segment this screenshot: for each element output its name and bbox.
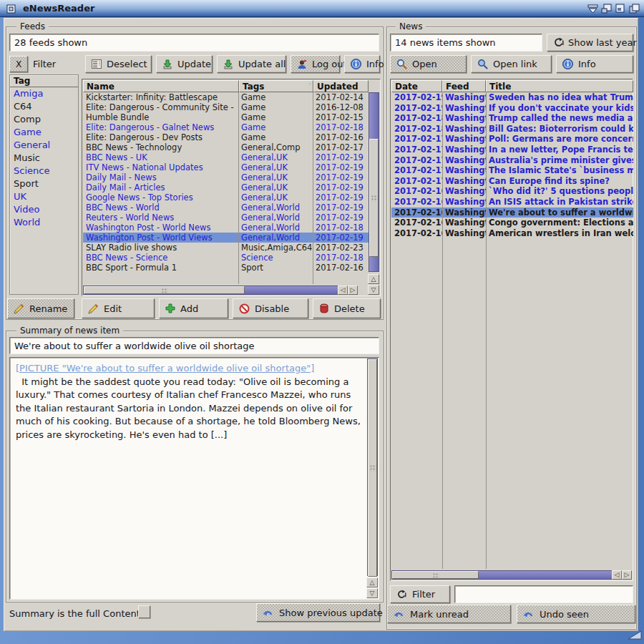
feed-row[interactable]: Washington Post - World News General,Wor…	[83, 223, 369, 233]
add-button[interactable]: Add	[159, 298, 228, 318]
undo-seen-button[interactable]: Undo seen	[517, 605, 635, 623]
feed-scroll-up-button[interactable]: △	[368, 274, 379, 284]
news-row[interactable]: 2017-02-17 Washingto Can Europe find its…	[391, 176, 633, 187]
close-gadget[interactable]	[5, 3, 17, 14]
news-row[interactable]: 2017-02-16 Washingto `Who did it?' 5 que…	[391, 186, 633, 197]
feed-row[interactable]: Elite: Dangerous - Galnet News Game 2017…	[83, 122, 369, 132]
column-header-title[interactable]: Title	[486, 80, 633, 92]
feed-row[interactable]: BBC News - UK General,UK 2017-02-19	[83, 152, 369, 162]
news-horizontal-scrollbar[interactable]	[391, 570, 613, 580]
filter-toggle-button[interactable]: X	[9, 56, 28, 72]
news-row[interactable]: 2017-02-19 Washingto Sweden has no idea …	[391, 92, 633, 103]
log-out-button[interactable]: Log out	[291, 55, 340, 73]
resize-gadget[interactable]	[626, 629, 642, 643]
tag-item[interactable]: Music	[10, 152, 78, 165]
feed-vertical-scrollbar[interactable]	[369, 92, 379, 272]
news-row[interactable]: 2017-02-18 Washingto Bill Gates: Bioterr…	[391, 124, 633, 135]
show-last-year-button[interactable]: Show last year	[547, 34, 633, 52]
news-info-button[interactable]: Info	[556, 55, 633, 73]
summary-vertical-scrollbar[interactable]	[367, 358, 378, 576]
tag-item[interactable]: C64	[10, 100, 78, 113]
tag-item[interactable]: Science	[10, 165, 78, 177]
news-row[interactable]: 2017-02-17 Washingto Poll: Germans are m…	[391, 134, 633, 145]
feed-row[interactable]: ITV News - National Updates General,UK 2…	[83, 162, 369, 172]
zoom-gadget[interactable]	[600, 3, 613, 14]
column-header-feed[interactable]: Feed	[442, 80, 486, 92]
feed-row[interactable]: SLAY Radio live shows Music,Amiga,C64 20…	[83, 243, 369, 253]
feed-row[interactable]: Daily Mail - Articles General,UK 2017-02…	[83, 182, 369, 192]
download-icon	[162, 59, 172, 69]
feed-scroll-right-button[interactable]: ▷	[348, 286, 358, 295]
feed-row[interactable]: Daily Mail - News General,UK 2017-02-19	[83, 172, 369, 182]
feed-row[interactable]: Kickstarter: Infinity: Battlescape Game …	[83, 92, 369, 102]
column-header-tags[interactable]: Tags▿	[239, 80, 313, 92]
news-row[interactable]: 2017-02-16 Washingto Congo government: E…	[391, 218, 633, 228]
feed-row[interactable]: Reuters - World News General,World 2017-…	[83, 213, 369, 223]
rename-button[interactable]: Rename	[7, 298, 74, 318]
picture-link[interactable]: [PICTURE "We're about to suffer a worldw…	[16, 362, 363, 376]
depth-gadget[interactable]	[628, 3, 640, 14]
tag-item[interactable]: Video	[10, 203, 78, 216]
tag-item[interactable]: Game	[10, 126, 78, 139]
show-previous-update-button[interactable]: Show previous update	[256, 603, 380, 622]
tag-item[interactable]: Amiga	[10, 87, 78, 100]
news-row[interactable]: 2017-02-16 Washingto We're about to suff…	[391, 208, 633, 218]
scroll-grip	[161, 288, 167, 293]
feed-row[interactable]: BBC Sport - Formula 1 Sport 2017-02-16	[83, 263, 369, 273]
feed-row[interactable]: Elite: Dangerous - Community Site - Game…	[83, 102, 369, 112]
mark-unread-button[interactable]: Mark unread	[387, 605, 511, 623]
news-scroll-left-button[interactable]: ◁	[612, 570, 622, 580]
news-row[interactable]: 2017-02-16 Washingto American wrestlers …	[391, 228, 633, 239]
disable-button[interactable]: Disable	[233, 298, 308, 318]
update-all-button[interactable]: Update all	[217, 55, 286, 73]
feed-row[interactable]: Elite: Dangerous - Dev Posts Game 2017-0…	[83, 132, 369, 142]
news-row[interactable]: 2017-02-17 Washingto The Islamic State's…	[391, 165, 633, 176]
news-row[interactable]: 2017-02-17 Washingto Australia's prime m…	[391, 155, 633, 166]
update-button[interactable]: Update	[156, 55, 213, 73]
news-row[interactable]: 2017-02-19 Washingto If you don't vaccin…	[391, 103, 633, 114]
news-row[interactable]: 2017-02-18 Washingto Trump called the ne…	[391, 113, 633, 124]
column-header-updated[interactable]: Updated	[313, 80, 369, 92]
feed-row[interactable]: BBC News - Science Science 2017-02-18	[83, 253, 369, 263]
feed-row[interactable]: Humble Bundle Game 2017-02-15	[83, 112, 369, 122]
tag-list-header[interactable]: Tag	[10, 75, 78, 87]
news-filter-label: Filter	[412, 589, 435, 600]
news-filter-button[interactable]: Filter	[390, 585, 450, 603]
news-row[interactable]: 2017-02-17 Washingto In a new letter, Po…	[391, 145, 633, 155]
tag-item[interactable]: General	[10, 139, 78, 152]
summary-scroll-down-button[interactable]: ▽	[366, 588, 378, 598]
news-filter-input[interactable]	[454, 585, 633, 603]
feed-scroll-left-button[interactable]: ◁	[338, 286, 348, 295]
feed-horizontal-scrollbar[interactable]	[83, 286, 347, 295]
full-contents-checkbox[interactable]	[138, 605, 150, 618]
summary-scroll-up-button[interactable]: △	[366, 577, 378, 587]
tag-item[interactable]: UK	[10, 190, 78, 203]
feed-row[interactable]: BBC News - Technology General,Comp 2017-…	[83, 142, 369, 152]
tag-item[interactable]: Comp	[10, 113, 78, 126]
column-header-date[interactable]: Date	[391, 80, 442, 92]
iconify-gadget[interactable]	[587, 3, 599, 14]
feed-vscroll-thumb[interactable]	[369, 139, 379, 257]
open-link-button[interactable]: Open link	[471, 55, 552, 73]
news-hscroll-thumb[interactable]	[392, 571, 479, 579]
feed-hscroll-thumb[interactable]	[84, 286, 245, 294]
feed-scroll-down-button[interactable]: ▽	[368, 285, 379, 295]
shade-gadget[interactable]	[614, 3, 626, 14]
feeds-info-button[interactable]: Info	[344, 55, 380, 73]
feed-row[interactable]: Google News - Top Stories General,UK 201…	[83, 192, 369, 203]
tag-item[interactable]: Sport	[10, 177, 78, 190]
feed-row[interactable]: Washington Post - World Views General,Wo…	[83, 233, 369, 243]
column-header-name[interactable]: Name	[83, 80, 239, 92]
feed-row[interactable]: BBC News - World General,World 2017-02-1…	[83, 203, 369, 213]
news-row[interactable]: 2017-02-16 Washingto An ISIS attack in P…	[391, 197, 633, 208]
titlebar[interactable]: eNewsReader	[0, 0, 644, 17]
delete-button[interactable]: Delete	[313, 298, 381, 318]
edit-button[interactable]: Edit	[82, 298, 155, 318]
feed-updated-cell: 2017-02-19	[313, 233, 369, 243]
open-button[interactable]: Open	[390, 55, 467, 73]
news-scroll-right-button[interactable]: ▷	[622, 570, 632, 580]
deselect-button[interactable]: Deselect	[85, 55, 152, 73]
summary-vscroll-thumb[interactable]	[368, 359, 377, 577]
tag-item[interactable]: World	[10, 216, 78, 229]
news-date-cell: 2017-02-17	[391, 155, 442, 166]
